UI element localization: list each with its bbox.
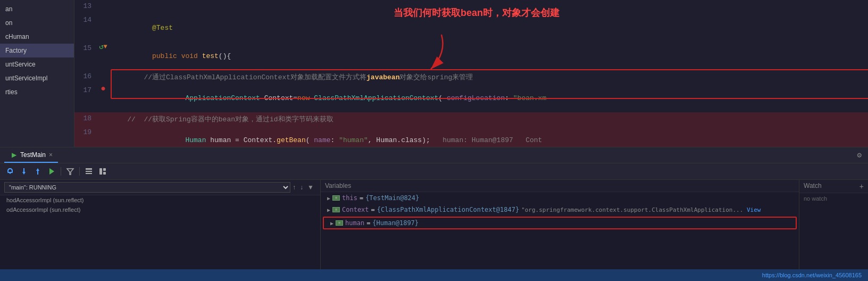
stack-frame-0[interactable]: hodAccessorImpl (sun.reflect) bbox=[0, 195, 320, 205]
sidebar-item-untserviceimpl[interactable]: untServiceImpl bbox=[0, 71, 74, 85]
type-appctx: ApplicationContext bbox=[185, 94, 264, 102]
line-gutter-15: ↺ ▼ bbox=[96, 42, 111, 51]
svg-marker-2 bbox=[9, 172, 12, 174]
str-bean: "bean.xm bbox=[513, 94, 546, 102]
param-config: configLocation bbox=[447, 94, 505, 102]
frame-nav-up[interactable]: ↑ bbox=[290, 183, 298, 192]
svg-marker-6 bbox=[36, 168, 39, 171]
status-url[interactable]: https://blog.csdn.net/weixin_45608165 bbox=[762, 272, 862, 278]
debug-tab-icon: ▶ bbox=[10, 151, 18, 159]
var-toggle-human[interactable]: ▶ bbox=[328, 219, 336, 227]
frame-select-dropdown[interactable]: "main": RUNNING bbox=[4, 182, 290, 193]
table-view-button[interactable] bbox=[83, 166, 95, 177]
sidebar-item-on[interactable]: on bbox=[0, 16, 74, 30]
tab-close-icon[interactable]: × bbox=[49, 151, 53, 159]
line-content-19[interactable]: Human human = Context.getBean( name: "hu… bbox=[111, 126, 868, 147]
status-right: https://blog.csdn.net/weixin_45608165 bbox=[762, 272, 862, 278]
sidebar-item-factory[interactable]: Factory bbox=[0, 44, 74, 57]
svg-marker-7 bbox=[49, 168, 54, 175]
code-line-16: 16 //通过ClassPathXmlApplicationContext对象加… bbox=[74, 70, 868, 84]
var-value-context: {ClassPathXmlApplicationContext@1847} bbox=[377, 206, 519, 213]
sidebar-item-rties[interactable]: rties bbox=[0, 85, 74, 99]
line-number-19: 19 bbox=[74, 126, 96, 138]
svg-rect-11 bbox=[99, 168, 102, 175]
line-number-15: 15 bbox=[74, 42, 96, 54]
line-number-16: 16 bbox=[74, 70, 96, 82]
status-bar: https://blog.csdn.net/weixin_45608165 bbox=[0, 269, 868, 281]
debugger-toolbar bbox=[0, 163, 868, 180]
line-content-17[interactable]: ApplicationContext Context=new ClassPath… bbox=[111, 84, 868, 112]
svg-rect-9 bbox=[86, 171, 92, 172]
type-classpathctx: ClassPathXmlApplicationContext bbox=[314, 94, 438, 102]
line-number-18: 18 bbox=[74, 112, 96, 125]
bottom-panel: ▶ TestMain × ⚙ bbox=[0, 147, 868, 269]
var-human: human = Context. bbox=[210, 136, 277, 144]
var-toggle-this[interactable]: ▶ bbox=[325, 194, 332, 202]
frame-selector: "main": RUNNING ↑ ↓ ▼ bbox=[0, 180, 320, 195]
line-number-13: 13 bbox=[74, 0, 96, 12]
var-equals-human: = bbox=[366, 219, 370, 227]
var-icon-human: ≡ bbox=[336, 220, 343, 226]
var-ctx: Context= bbox=[264, 94, 297, 102]
keyword-void: void bbox=[181, 52, 202, 60]
variables-header: Variables bbox=[321, 180, 799, 192]
var-item-this[interactable]: ▶ ≡ this = {TestMain@824} bbox=[321, 192, 799, 204]
var-equals-this: = bbox=[360, 194, 363, 202]
filter-button[interactable] bbox=[64, 166, 76, 177]
line-content-14[interactable]: @Test bbox=[111, 14, 868, 42]
line-content-15[interactable]: public void test(){ bbox=[111, 42, 868, 70]
svg-rect-13 bbox=[103, 172, 106, 175]
frame-filter-btn[interactable]: ▼ bbox=[305, 183, 316, 192]
variables-panel: Variables ▶ ≡ this = {TestMain@824} ▶ ≡ … bbox=[320, 180, 799, 269]
var-name-this: this bbox=[342, 194, 357, 202]
toolbar-separator-2 bbox=[79, 167, 80, 176]
watch-header: Watch + bbox=[799, 180, 868, 193]
var-icon-context: ≡ bbox=[332, 207, 340, 212]
line-content-16: //通过ClassPathXmlApplicationContext对象加载配置… bbox=[111, 70, 868, 84]
sidebar-item-chuman[interactable]: cHuman bbox=[0, 30, 74, 44]
brace: (){ bbox=[219, 52, 231, 60]
svg-rect-12 bbox=[103, 168, 106, 171]
var-value-human: {Human@1897} bbox=[372, 219, 419, 227]
line-number-17: 17 bbox=[74, 84, 96, 96]
svg-marker-4 bbox=[22, 172, 26, 175]
editor-area: 13 14 @Test 15 ↺ ▼ public vo bbox=[74, 0, 868, 147]
var-name-context: Context bbox=[342, 206, 369, 213]
var-item-human[interactable]: ▶ ≡ human = {Human@1897} bbox=[323, 217, 797, 229]
code-line-19: 19 Human human = Context.getBean( name: … bbox=[74, 126, 868, 147]
sidebar-item-an[interactable]: an bbox=[0, 2, 74, 16]
code-line-17: 17 ● ApplicationContext Context=new Clas… bbox=[74, 84, 868, 112]
tab-testmain[interactable]: ▶ TestMain × bbox=[4, 147, 58, 163]
line-number-14: 14 bbox=[74, 14, 96, 26]
code-line-13: 13 bbox=[74, 0, 868, 14]
kw-new: new bbox=[297, 94, 314, 102]
code-lines: 13 14 @Test 15 ↺ ▼ public vo bbox=[74, 0, 868, 147]
step-out-button[interactable] bbox=[32, 166, 44, 177]
var-item-context[interactable]: ▶ ≡ Context = {ClassPathXmlApplicationCo… bbox=[321, 204, 799, 216]
run-button[interactable] bbox=[46, 166, 57, 177]
param-name: name bbox=[314, 136, 330, 144]
var-toggle-context[interactable]: ▶ bbox=[325, 206, 332, 213]
watch-add-button[interactable]: + bbox=[859, 182, 864, 191]
keyword-public: public bbox=[152, 52, 181, 60]
watch-panel: Watch + no watch bbox=[799, 180, 868, 269]
frame-nav-down[interactable]: ↓ bbox=[298, 183, 305, 192]
debugger-content: "main": RUNNING ↑ ↓ ▼ hodAccessorImpl (s… bbox=[0, 180, 868, 269]
code-line-15: 15 ↺ ▼ public void test(){ bbox=[74, 42, 868, 70]
fn-getbean: getBean bbox=[277, 136, 306, 144]
settings-gear-icon[interactable]: ⚙ bbox=[855, 148, 864, 162]
layout-button[interactable] bbox=[97, 166, 108, 177]
var-equals-context: = bbox=[371, 206, 375, 213]
svg-rect-10 bbox=[86, 173, 92, 174]
step-into-button[interactable] bbox=[18, 166, 30, 177]
fn-test: test bbox=[202, 52, 219, 60]
type-human: Human bbox=[185, 136, 210, 144]
step-over-button[interactable] bbox=[4, 166, 16, 177]
red-bookmark-icon: ● bbox=[101, 84, 106, 94]
code-line-18: 18 // //获取Spring容器中的bean对象，通过id和类字节码来获取 bbox=[74, 112, 868, 126]
stack-frame-1[interactable]: odAccessorImpl (sun.reflect) bbox=[0, 205, 320, 214]
var-name-human: human bbox=[345, 219, 364, 227]
watch-empty-label: no watch bbox=[799, 193, 868, 204]
var-extra-context: "org.springframework.context.support.Cla… bbox=[521, 206, 761, 213]
sidebar-item-untservice[interactable]: untService bbox=[0, 57, 74, 71]
